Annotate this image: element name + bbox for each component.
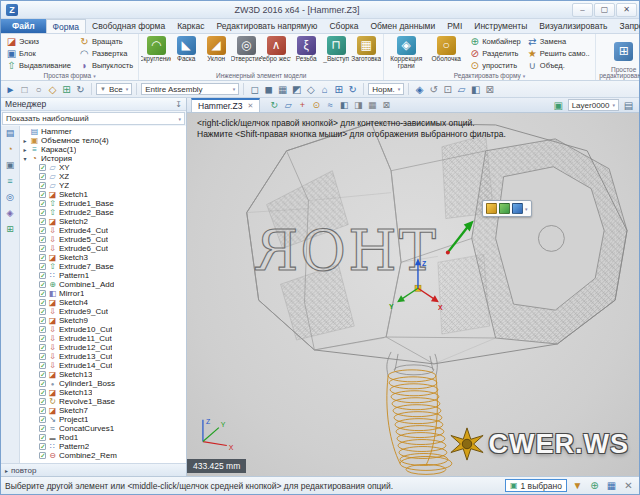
tree-item[interactable]: Pattern1 bbox=[20, 271, 186, 280]
replace-button[interactable]: Замена bbox=[524, 35, 593, 47]
hidden-line-icon[interactable]: ▦ bbox=[276, 83, 289, 96]
expand-arrow-icon[interactable] bbox=[22, 146, 28, 153]
minimize-button[interactable]: – bbox=[572, 3, 593, 17]
tree-item[interactable]: Rod1 bbox=[20, 433, 186, 442]
perspective-icon[interactable]: ◇ bbox=[304, 83, 317, 96]
tree-item[interactable]: Revolve1_Base bbox=[20, 397, 186, 406]
visibility-checkbox[interactable] bbox=[39, 407, 46, 414]
merge-button[interactable]: Объед. bbox=[524, 59, 593, 71]
visibility-checkbox[interactable] bbox=[39, 326, 46, 333]
section-view-icon[interactable]: ◧ bbox=[469, 83, 482, 96]
pin-icon[interactable]: ↧ bbox=[175, 100, 182, 109]
visibility-checkbox[interactable] bbox=[39, 371, 46, 378]
extrude-button[interactable]: Выдавливание bbox=[3, 59, 74, 71]
visibility-checkbox[interactable] bbox=[39, 236, 46, 243]
wireframe-mode-icon[interactable]: ◻ bbox=[248, 83, 261, 96]
tree-item[interactable]: Cylinder1_Boss bbox=[20, 379, 186, 388]
chevron-down-icon[interactable]: ▾ bbox=[525, 206, 528, 212]
combine-button[interactable]: Комбайнер bbox=[466, 35, 524, 47]
hole-button[interactable]: Отверстие bbox=[231, 35, 261, 63]
scope-dropdown[interactable]: Entire Assembly ▾ bbox=[141, 83, 239, 95]
menu-wireframe[interactable]: Каркас bbox=[171, 19, 210, 33]
menu-visualize[interactable]: Визуализировать bbox=[533, 19, 613, 33]
zoom-all-icon[interactable]: ⌂ bbox=[318, 83, 331, 96]
simplify-button[interactable]: упростить bbox=[466, 59, 524, 71]
bulge-button[interactable]: Выпуклость bbox=[76, 59, 136, 71]
tree-item[interactable]: XZ bbox=[20, 172, 186, 181]
visibility-checkbox[interactable] bbox=[39, 389, 46, 396]
block-button[interactable]: Блок bbox=[3, 47, 74, 59]
tree-item[interactable]: Sketch2 bbox=[20, 217, 186, 226]
face-repair-button[interactable]: Коррекция грани bbox=[386, 35, 426, 69]
shaded-mode-icon[interactable]: ◼ bbox=[262, 83, 275, 96]
view-tab-icon[interactable]: ◎ bbox=[6, 193, 14, 202]
shell-button[interactable]: Оболочка bbox=[426, 35, 466, 69]
layer-dropdown[interactable]: Layer0000 ▾ bbox=[568, 99, 619, 111]
tree-item[interactable]: Sketch7 bbox=[20, 406, 186, 415]
expand-arrow-icon[interactable] bbox=[22, 155, 28, 162]
tree-item[interactable]: Sketch3 bbox=[20, 253, 186, 262]
pick-polygon-icon[interactable]: ◇ bbox=[46, 83, 59, 96]
status-add-icon[interactable]: ⊕ bbox=[588, 479, 601, 492]
visibility-checkbox[interactable] bbox=[39, 416, 46, 423]
tree-item[interactable]: Sketch13 bbox=[20, 370, 186, 379]
visibility-checkbox[interactable] bbox=[39, 299, 46, 306]
menu-assembly[interactable]: Сборка bbox=[323, 19, 364, 33]
session-tab-icon[interactable]: ▤ bbox=[6, 129, 15, 138]
visibility-checkbox[interactable] bbox=[39, 227, 46, 234]
curve-snap-icon[interactable]: ≈ bbox=[324, 99, 336, 111]
tree-item[interactable]: Extrude1_Base bbox=[20, 199, 186, 208]
boss-button[interactable]: _Выступ bbox=[321, 35, 351, 63]
menu-shape[interactable]: Форма bbox=[46, 19, 87, 33]
visibility-checkbox[interactable] bbox=[39, 353, 46, 360]
visibility-checkbox[interactable] bbox=[39, 209, 46, 216]
tree-item[interactable]: Объемное тело(4) bbox=[20, 136, 186, 145]
visibility-checkbox[interactable] bbox=[39, 452, 46, 459]
visibility-checkbox[interactable] bbox=[39, 200, 46, 207]
visibility-checkbox[interactable] bbox=[39, 362, 46, 369]
menu-freeform[interactable]: Свободная форма bbox=[86, 19, 171, 33]
visibility-checkbox[interactable] bbox=[39, 443, 46, 450]
close-tab-icon[interactable]: ✕ bbox=[247, 102, 253, 110]
group-label-simple-form[interactable]: Простая форма▾ bbox=[3, 71, 136, 80]
visibility-checkbox[interactable] bbox=[39, 281, 46, 288]
menu-tools[interactable]: Инструменты bbox=[468, 19, 533, 33]
visibility-checkbox[interactable] bbox=[39, 254, 46, 261]
close-button[interactable]: ✕ bbox=[616, 3, 637, 17]
tree-item[interactable]: Mirror1 bbox=[20, 289, 186, 298]
tree-item[interactable]: Combine2_Rem bbox=[20, 451, 186, 460]
status-filter-icon[interactable]: ▼ bbox=[571, 479, 584, 492]
layer-tab-icon[interactable]: ≡ bbox=[7, 177, 12, 186]
midpoint-snap-icon[interactable]: ◨ bbox=[352, 99, 364, 111]
sweep-button[interactable]: Развертка bbox=[76, 47, 136, 59]
status-clear-icon[interactable]: ✕ bbox=[622, 479, 635, 492]
tree-item[interactable]: Extrude11_Cut bbox=[20, 334, 186, 343]
visibility-checkbox[interactable] bbox=[39, 191, 46, 198]
visibility-checkbox[interactable] bbox=[39, 425, 46, 432]
divide-button[interactable]: Разделить bbox=[466, 47, 524, 59]
assembly-tab-icon[interactable]: ▣ bbox=[6, 161, 15, 170]
menu-data-exchange[interactable]: Обмен данными bbox=[364, 19, 441, 33]
tree-item[interactable]: Combine1_Add bbox=[20, 280, 186, 289]
group-label-edit-shape[interactable]: Редактировать форму▾ bbox=[386, 71, 593, 80]
maximize-button[interactable]: ▢ bbox=[594, 3, 615, 17]
tree-item[interactable]: Sketch4 bbox=[20, 298, 186, 307]
tree-item[interactable]: Extrude5_Cut bbox=[20, 235, 186, 244]
tree-item[interactable]: Hammer bbox=[20, 127, 186, 136]
zoom-window-icon[interactable]: ⊞ bbox=[332, 83, 345, 96]
visual-tab-icon[interactable]: ◈ bbox=[7, 209, 14, 218]
visibility-checkbox[interactable] bbox=[39, 173, 46, 180]
tree-item[interactable]: XY bbox=[20, 163, 186, 172]
tree-item[interactable]: Extrude12_Cut bbox=[20, 343, 186, 352]
undo-view-icon[interactable]: ↺ bbox=[427, 83, 440, 96]
menu-pmi[interactable]: PMI bbox=[441, 19, 468, 33]
tree-item[interactable]: История bbox=[20, 154, 186, 163]
pick-box-icon[interactable]: □ bbox=[18, 83, 31, 96]
visibility-checkbox[interactable] bbox=[39, 398, 46, 405]
visibility-checkbox[interactable] bbox=[39, 380, 46, 387]
rib-button[interactable]: Ребро жест. bbox=[261, 35, 291, 63]
status-grid-icon[interactable]: ▦ bbox=[605, 479, 618, 492]
pick-previous-icon[interactable]: ↻ bbox=[74, 83, 87, 96]
entity-filter-dropdown[interactable]: ▼ Все ▾ bbox=[96, 83, 132, 95]
datum-plane-icon[interactable]: ▱ bbox=[282, 99, 294, 111]
